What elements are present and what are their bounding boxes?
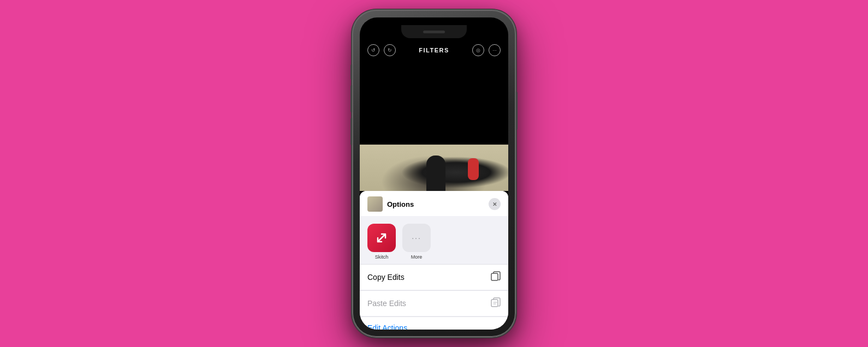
volume-silent-button bbox=[350, 64, 352, 80]
more-app-icon: ··· bbox=[402, 224, 431, 252]
volume-down-button bbox=[350, 118, 352, 145]
svg-rect-1 bbox=[491, 300, 498, 307]
notch bbox=[401, 25, 467, 38]
copy-edits-label: Copy Edits bbox=[367, 273, 405, 282]
options-title: Options bbox=[387, 200, 414, 208]
topbar-left-controls: ↺ ↻ bbox=[367, 44, 396, 56]
more-dots-icon: ··· bbox=[412, 234, 421, 242]
edit-actions-label: Edit Actions... bbox=[367, 324, 414, 330]
menu-section: Copy Edits Paste Edits bbox=[360, 264, 508, 330]
phone-screen: ↺ ↻ FILTERS ◎ ··· bbox=[360, 17, 508, 330]
options-header: Options ✕ bbox=[360, 191, 508, 216]
more-icon[interactable]: ··· bbox=[489, 44, 501, 56]
skitch-icon bbox=[367, 224, 396, 252]
options-panel: Options ✕ Skitch bbox=[360, 191, 508, 330]
phone-device: ↺ ↻ FILTERS ◎ ··· bbox=[352, 10, 516, 337]
options-header-left: Options bbox=[367, 196, 414, 212]
tune-icon[interactable]: ◎ bbox=[472, 44, 484, 56]
more-label: More bbox=[411, 254, 423, 260]
close-button[interactable]: ✕ bbox=[489, 198, 501, 210]
screen-title: FILTERS bbox=[419, 47, 449, 53]
photo-area bbox=[360, 145, 508, 191]
undo-icon[interactable]: ↺ bbox=[367, 44, 379, 56]
redo-icon[interactable]: ↻ bbox=[384, 44, 396, 56]
edit-actions-item[interactable]: Edit Actions... bbox=[360, 317, 508, 330]
apps-row: Skitch ··· More bbox=[360, 216, 508, 264]
volume-up-button bbox=[350, 85, 352, 112]
paste-edits-item[interactable]: Paste Edits bbox=[360, 291, 508, 316]
paste-edits-icon bbox=[491, 297, 501, 309]
copy-edits-item[interactable]: Copy Edits bbox=[360, 265, 508, 290]
more-app-item[interactable]: ··· More bbox=[402, 224, 431, 260]
skitch-app-item[interactable]: Skitch bbox=[367, 224, 396, 260]
photo-thumbnail bbox=[367, 196, 383, 212]
skitch-label: Skitch bbox=[375, 254, 389, 260]
svg-rect-0 bbox=[491, 273, 498, 280]
paste-edits-label: Paste Edits bbox=[367, 299, 406, 308]
power-button bbox=[516, 92, 518, 130]
app-topbar: ↺ ↻ FILTERS ◎ ··· bbox=[360, 38, 508, 62]
cat-photo bbox=[360, 145, 508, 191]
topbar-right-controls: ◎ ··· bbox=[472, 44, 501, 56]
copy-edits-icon bbox=[491, 271, 501, 283]
speaker bbox=[423, 31, 445, 33]
phone-frame: ↺ ↻ FILTERS ◎ ··· bbox=[352, 10, 516, 337]
